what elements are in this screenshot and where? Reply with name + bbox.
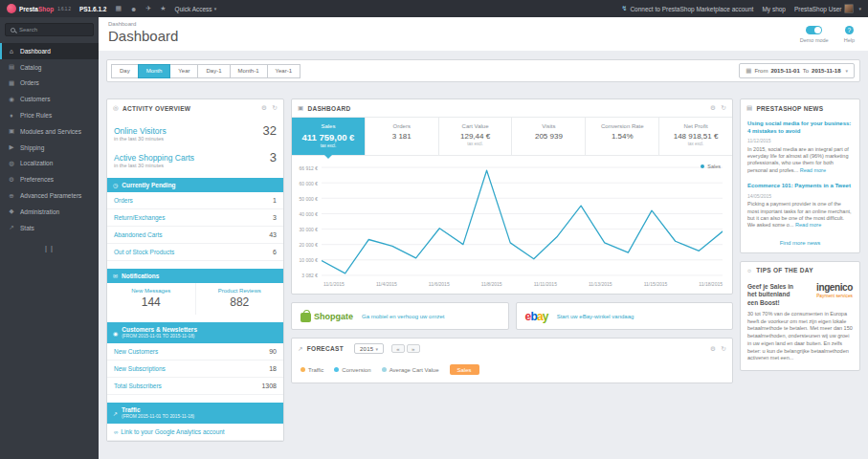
prestashop-logo[interactable]: PrestaShop 1.6.1.2 xyxy=(7,4,71,13)
kpi-orders[interactable]: Orders 3 181 xyxy=(366,118,439,155)
dashboard-refresh-icon[interactable] xyxy=(721,104,726,112)
tips-panel-title: TIPS OF THE DAY xyxy=(756,267,813,273)
calendar-icon xyxy=(746,67,751,75)
profile-icon[interactable] xyxy=(130,6,137,12)
activity-settings-icon[interactable] xyxy=(261,104,267,112)
prestashop-news-panel: PRESTASHOP NEWS Using social media for y… xyxy=(740,98,860,253)
prev-year-button[interactable] xyxy=(391,344,405,353)
y-tick: 50 000 € xyxy=(300,196,318,202)
activity-refresh-icon[interactable] xyxy=(272,104,278,112)
total-subscribers-value: 1308 xyxy=(261,382,277,389)
sidebar-search[interactable] xyxy=(5,23,94,36)
demo-mode-toggle[interactable] xyxy=(806,26,822,34)
year-select[interactable]: 2015 xyxy=(354,343,384,354)
sidebar-item-label: Stats xyxy=(20,225,34,231)
marketplace-link[interactable]: Connect to PrestaShop Marketplace accoun… xyxy=(622,5,754,12)
airplane-icon[interactable] xyxy=(145,5,151,12)
total-subscribers-link[interactable]: Total Subscribers xyxy=(114,382,162,389)
range-button-month[interactable]: Month xyxy=(138,64,171,78)
next-year-button[interactable] xyxy=(407,344,420,353)
quick-access-menu[interactable]: Quick Access xyxy=(175,6,217,12)
online-visitors-link[interactable]: Online Visitors xyxy=(114,126,167,136)
news-article-link[interactable]: Using social media for your business: 4 … xyxy=(747,120,853,136)
kpi-cart-value[interactable]: Cart Value 129,44 € tax excl. xyxy=(439,118,513,155)
read-more-link[interactable]: Read more xyxy=(800,167,826,173)
star-icon[interactable] xyxy=(160,5,166,12)
chart-legend-sales[interactable]: Sales xyxy=(701,164,721,169)
cart-icon[interactable] xyxy=(115,5,122,12)
date-range-picker[interactable]: From 2015-11-01 To 2015-11-18 xyxy=(739,63,855,78)
find-more-news-link[interactable]: Find more news xyxy=(741,234,859,252)
table-row: Abandoned Carts 43 xyxy=(107,227,283,244)
kpi-conversion-rate[interactable]: Conversion Rate 1.54% xyxy=(586,118,659,155)
product-reviews-stat[interactable]: Product Reviews 882 xyxy=(195,283,284,315)
breadcrumb[interactable]: Dashboard xyxy=(108,21,858,27)
search-input[interactable] xyxy=(19,27,88,33)
forecast-metric-sales[interactable]: Sales xyxy=(450,364,479,375)
product-reviews-value: 882 xyxy=(196,295,284,309)
forecast-settings-icon[interactable] xyxy=(710,345,716,353)
kpi-value: 3 181 xyxy=(367,132,436,141)
out-of-stock-link[interactable]: Out of Stock Products xyxy=(114,249,174,255)
sidebar-item-shipping[interactable]: Shipping xyxy=(0,140,99,156)
sidebar-item-label: Catalog xyxy=(20,64,41,71)
forecast-panel-header: FORECAST 2015 xyxy=(292,339,732,359)
envelope-icon xyxy=(113,273,118,279)
range-button-month-1[interactable]: Month-1 xyxy=(230,64,268,78)
return-exchanges-link[interactable]: Return/Exchanges xyxy=(114,214,165,221)
sidebar-item-price-rules[interactable]: Price Rules xyxy=(0,107,99,123)
range-button-day[interactable]: Day xyxy=(111,64,139,78)
ebay-promo[interactable]: ebay Start uw eBay-winkel vandaag xyxy=(516,302,734,330)
sidebar-item-customers[interactable]: Customers xyxy=(0,91,99,107)
sidebar-item-orders[interactable]: Orders xyxy=(0,76,99,92)
sidebar-item-label: Advanced Parameters xyxy=(20,192,81,199)
kpi-label: Net Profit xyxy=(661,123,730,129)
y-tick: 60 000 € xyxy=(300,181,318,186)
conversion-dot-icon xyxy=(334,367,339,372)
collapse-sidebar-button[interactable] xyxy=(0,236,99,260)
sidebar-item-modules[interactable]: Modules and Services xyxy=(0,123,99,140)
active-carts-link[interactable]: Active Shopping Carts xyxy=(114,153,194,163)
kpi-net-profit[interactable]: Net Profit 148 918,51 € tax excl. xyxy=(659,118,732,155)
table-row: Return/Exchanges 3 xyxy=(107,209,283,227)
range-button-year[interactable]: Year xyxy=(169,64,198,78)
page-header: Dashboard Dashboard Demo mode Help xyxy=(99,17,868,51)
new-customers-link[interactable]: New Customers xyxy=(114,348,158,355)
sidebar-item-administration[interactable]: Administration xyxy=(0,204,99,220)
x-tick: 11/4/2015 xyxy=(376,281,397,287)
new-messages-stat[interactable]: New Messages 144 xyxy=(107,283,195,315)
shop-name-link[interactable]: PS1.6.1.2 xyxy=(79,6,107,12)
sidebar-item-preferences[interactable]: Preferences xyxy=(0,171,99,187)
help-label: Help xyxy=(844,37,855,43)
shopgate-promo[interactable]: Shopgate Ga mobiel en verhoog uw omzet xyxy=(291,302,509,330)
range-button-day-1[interactable]: Day-1 xyxy=(197,64,230,78)
news-article-link[interactable]: Ecommerce 101: Payments in a Tweet xyxy=(747,183,853,190)
new-subscriptions-link[interactable]: New Subscriptions xyxy=(114,365,166,372)
range-button-year-1[interactable]: Year-1 xyxy=(267,64,300,78)
abandoned-carts-link[interactable]: Abandoned Carts xyxy=(114,231,163,238)
user-menu[interactable]: PrestaShop User xyxy=(794,4,861,13)
y-tick: 30 000 € xyxy=(300,227,318,232)
pending-orders-link[interactable]: Orders xyxy=(114,197,133,204)
forecast-legend-conversion[interactable]: Conversion xyxy=(334,367,370,373)
ebay-promo-link[interactable]: Start uw eBay-winkel vandaag xyxy=(557,314,634,319)
dashboard-settings-icon[interactable] xyxy=(710,104,716,112)
sidebar-item-catalog[interactable]: Catalog xyxy=(0,59,99,76)
traffic-subtitle: (FROM 2015-11-01 TO 2015-11-18) xyxy=(122,414,194,420)
my-shop-link[interactable]: My shop xyxy=(762,6,786,12)
forecast-legend-traffic[interactable]: Traffic xyxy=(300,367,323,373)
kpi-sales[interactable]: Sales 411 759,00 € tax excl. xyxy=(292,118,366,155)
sidebar-item-localization[interactable]: Localization xyxy=(0,156,99,172)
forecast-legend-average-cart-value[interactable]: Average Cart Value xyxy=(382,367,439,373)
forecast-refresh-icon[interactable] xyxy=(721,345,726,353)
sidebar-item-advanced-parameters[interactable]: Advanced Parameters xyxy=(0,187,99,204)
sidebar-item-dashboard[interactable]: Dashboard xyxy=(0,43,99,59)
read-more-link[interactable]: Read more xyxy=(795,222,821,228)
shopgate-promo-link[interactable]: Ga mobiel en verhoog uw omzet xyxy=(362,314,444,319)
help-icon[interactable] xyxy=(845,26,854,34)
chart-x-axis: 11/1/2015 11/4/2015 11/6/2015 11/8/2015 … xyxy=(292,278,732,294)
kpi-visits[interactable]: Visits 205 939 xyxy=(512,118,586,155)
kpi-label: Conversion Rate xyxy=(588,123,657,129)
google-analytics-link[interactable]: Link to your Google Analytics account xyxy=(114,428,225,435)
sidebar-item-stats[interactable]: Stats xyxy=(0,220,99,236)
